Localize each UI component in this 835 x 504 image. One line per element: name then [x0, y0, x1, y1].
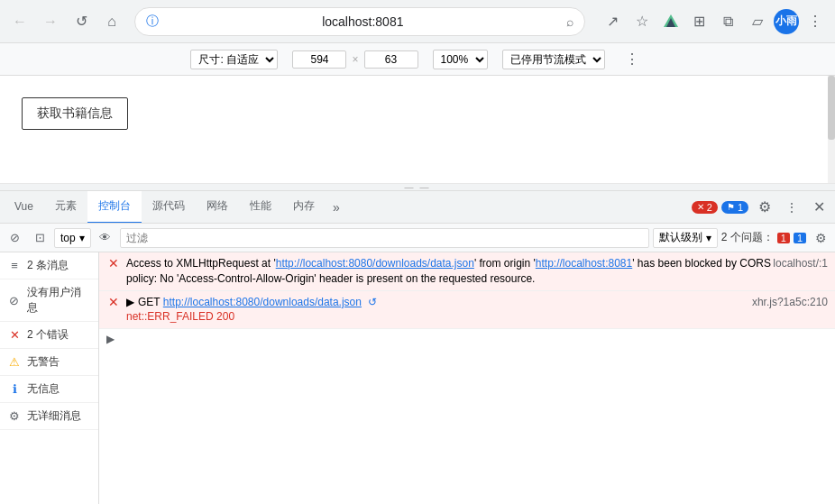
error-icon-2: ✕ [106, 295, 121, 309]
all-messages-label: 2 条消息 [27, 258, 69, 273]
context-select[interactable]: top ▾ [54, 228, 91, 248]
home-button[interactable]: ⌂ [99, 9, 124, 34]
verbose-icon: ⚙ [7, 409, 22, 423]
sidebar-item-warnings[interactable]: ⚠ 无警告 [0, 349, 98, 376]
cors-url-link-1[interactable]: http://localhost:8080/downl [276, 257, 404, 270]
x-separator: × [352, 53, 358, 66]
info-icon: ℹ [7, 382, 22, 396]
log-expand-row[interactable]: ▶ [99, 329, 835, 349]
browser-chrome: ← → ↺ ⌂ ⓘ localhost:8081 ⌕ ↗ ☆ ⊞ ⧉ ▱ 小雨 … [0, 0, 835, 76]
warn-badge: ⚑ 1 [721, 201, 748, 214]
eye-icon: 👁 [99, 231, 111, 244]
more-tabs-button[interactable]: » [326, 195, 347, 220]
sidebar-item-verbose[interactable]: ⚙ 无详细消息 [0, 403, 98, 430]
devtools-tabs: Vue 元素 控制台 源代码 网络 性能 内存 » ✕ 2 ⚑ 1 [0, 191, 835, 224]
all-messages-icon: ≡ [7, 259, 22, 272]
errors-icon: ✕ [7, 328, 22, 342]
url-text: localhost:8081 [164, 14, 561, 29]
width-input[interactable] [292, 50, 346, 69]
issues-label: 2 个问题： [721, 230, 774, 245]
refresh-icon[interactable]: ↺ [368, 296, 377, 308]
console-content: ≡ 2 条消息 ⊘ 没有用户消息 ✕ 2 个错误 ⚠ 无警告 ℹ 无信息 ⚙ 无… [0, 252, 835, 504]
tab-sources-label: 源代码 [152, 198, 185, 214]
console-settings-button[interactable]: ⚙ [810, 227, 831, 249]
tab-console-label: 控制台 [98, 198, 131, 214]
zoom-select[interactable]: 100% [433, 50, 488, 69]
size-select[interactable]: 尺寸: 自适应 [190, 50, 278, 69]
minimize-button[interactable]: ▱ [745, 9, 770, 34]
tab-vue[interactable]: Vue [4, 191, 44, 224]
sidebar-item-errors[interactable]: ✕ 2 个错误 [0, 322, 98, 349]
share-button[interactable]: ↗ [601, 9, 626, 34]
tab-performance[interactable]: 性能 [239, 191, 282, 224]
tab-manager-button[interactable]: ⧉ [716, 9, 741, 34]
info-icon: ⓘ [146, 14, 159, 30]
console-sidebar: ≡ 2 条消息 ⊘ 没有用户消息 ✕ 2 个错误 ⚠ 无警告 ℹ 无信息 ⚙ 无… [0, 252, 99, 504]
issues-info-badge: 1 [794, 233, 806, 243]
devtools-more-button[interactable]: ⋮ [781, 195, 803, 220]
more-menu-button[interactable]: ⋮ [803, 9, 828, 34]
get-book-button[interactable]: 获取书籍信息 [22, 97, 128, 130]
sidebar-item-user[interactable]: ⊘ 没有用户消息 [0, 279, 98, 322]
cors-origin-link[interactable]: http://localhost:8081 [536, 257, 632, 270]
context-dropdown-icon: ▾ [79, 232, 85, 244]
tab-badges: ✕ 2 ⚑ 1 ⚙ ⋮ ✕ [692, 195, 831, 220]
warn-badge-count: 1 [738, 202, 743, 213]
address-bar[interactable]: ⓘ localhost:8081 ⌕ [134, 7, 585, 36]
tab-performance-label: 性能 [250, 198, 271, 214]
avatar[interactable]: 小雨 [774, 9, 799, 34]
tab-sources[interactable]: 源代码 [142, 191, 196, 224]
block-icon: ⊡ [35, 231, 45, 244]
level-dropdown-icon: ▾ [706, 232, 711, 244]
get-url-link[interactable]: http://localhost:8080/downloads/data.jso… [163, 296, 362, 308]
forward-button[interactable]: → [38, 9, 63, 34]
get-error-text: net::ERR_FAILED 200 [126, 310, 234, 323]
extensions-button[interactable]: ⊞ [687, 9, 712, 34]
verbose-label: 无详细消息 [27, 408, 81, 424]
warnings-label: 无警告 [27, 354, 60, 370]
eye-button[interactable]: 👁 [95, 227, 116, 249]
warnings-icon: ⚠ [7, 355, 22, 369]
browser-nav-bar: ← → ↺ ⌂ ⓘ localhost:8081 ⌕ ↗ ☆ ⊞ ⧉ ▱ 小雨 … [0, 0, 835, 43]
level-select[interactable]: 默认级别 ▾ [653, 228, 718, 248]
tab-elements-label: 元素 [55, 198, 77, 214]
console-log-area: ✕ Access to XMLHttpRequest at 'http://lo… [99, 252, 835, 504]
tab-memory[interactable]: 内存 [282, 191, 326, 224]
responsive-toolbar: 尺寸: 自适应 × 100% 已停用节流模式 ⋮ [0, 43, 835, 76]
error-badge-icon: ✕ [697, 202, 704, 212]
sidebar-item-info[interactable]: ℹ 无信息 [0, 376, 98, 403]
tab-vue-label: Vue [14, 200, 33, 213]
vue-extension-icon[interactable] [658, 9, 684, 34]
warn-badge-icon: ⚑ [727, 202, 735, 212]
get-source: xhr.js?1a5c:210 [752, 295, 828, 310]
page-content: 获取书籍信息 [0, 76, 835, 184]
devtools-close-button[interactable]: ✕ [806, 195, 831, 220]
size-group: 尺寸: 自适应 [190, 50, 278, 69]
block-button[interactable]: ⊡ [29, 227, 50, 249]
page-scrollbar[interactable] [828, 76, 835, 183]
clear-console-button[interactable]: ⊘ [4, 227, 25, 249]
tab-network[interactable]: 网络 [196, 191, 239, 224]
reload-button[interactable]: ↺ [69, 9, 94, 34]
tab-console[interactable]: 控制台 [87, 191, 142, 224]
cors-url-link-2[interactable]: oads/data.json [404, 257, 474, 270]
log-text-cors: Access to XMLHttpRequest at 'http://loca… [126, 256, 828, 287]
sidebar-item-all[interactable]: ≡ 2 条消息 [0, 252, 98, 279]
info-label: 无信息 [27, 381, 60, 397]
tab-elements[interactable]: 元素 [44, 191, 87, 224]
log-entry-cors-error: ✕ Access to XMLHttpRequest at 'http://lo… [99, 252, 835, 291]
cors-url-link-source[interactable]: localhost/:1 [773, 256, 828, 271]
issues-error-badge: 1 [777, 233, 790, 243]
drag-handle[interactable]: — — [0, 184, 835, 191]
toolbar-more-button[interactable]: ⋮ [619, 47, 645, 72]
issues-info: 2 个问题： 1 1 [721, 230, 806, 245]
height-input[interactable] [364, 50, 418, 69]
back-button[interactable]: ← [7, 9, 32, 34]
errors-label: 2 个错误 [27, 327, 69, 343]
bookmark-button[interactable]: ☆ [629, 9, 655, 34]
expand-arrow[interactable]: ▶ [126, 296, 134, 308]
level-label: 默认级别 [659, 230, 702, 245]
filter-input[interactable] [120, 228, 649, 248]
devtools-settings-button[interactable]: ⚙ [752, 195, 777, 220]
throttle-select[interactable]: 已停用节流模式 [502, 50, 605, 69]
